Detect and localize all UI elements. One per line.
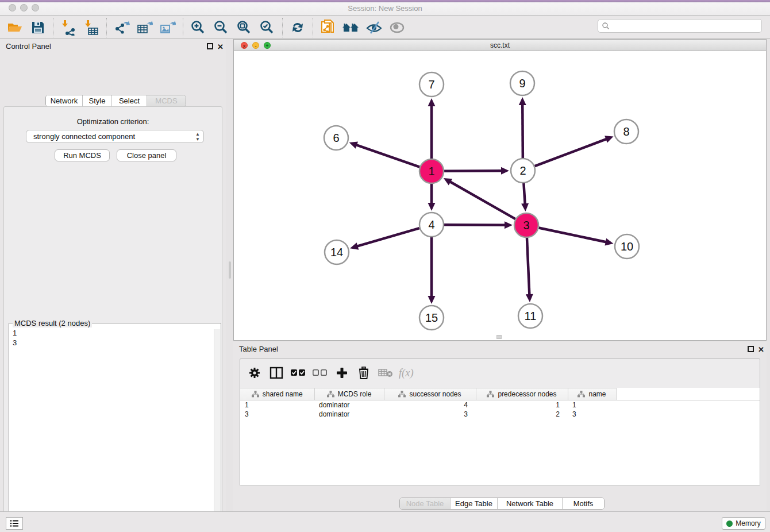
edge-1-2[interactable] — [444, 171, 502, 171]
table-cell[interactable]: 3 — [240, 410, 314, 419]
column-header-predecessor-nodes[interactable]: predecessor nodes — [476, 388, 568, 400]
float-panel-icon[interactable] — [207, 43, 213, 49]
table-panel-title: Table Panel — [239, 345, 278, 353]
column-type-icon — [578, 391, 585, 398]
toolbar-separator — [282, 18, 283, 37]
panel-splitter-grip[interactable] — [229, 261, 231, 279]
edge-3-11[interactable] — [527, 238, 529, 295]
export-image-button[interactable] — [156, 18, 179, 37]
edge-4-3[interactable] — [444, 225, 506, 225]
edge-2-8[interactable] — [535, 139, 607, 167]
table-cell-filler — [616, 410, 760, 419]
delete-column-trash-button[interactable] — [354, 364, 373, 382]
network-canvas[interactable]: 7968124314101511 — [234, 51, 766, 340]
optimization-criterion-value: strongly connected component — [33, 132, 135, 141]
toolbar-separator — [53, 18, 53, 37]
tab-motifs[interactable]: Motifs — [563, 498, 604, 509]
node-table: shared nameMCDS rolesuccessor nodesprede… — [240, 388, 760, 419]
result-scrollbar[interactable] — [214, 329, 220, 532]
delete-table-icon — [378, 368, 393, 378]
toolbar-separator — [106, 18, 107, 37]
canvas-resize-grip[interactable] — [496, 335, 502, 339]
network-graph: 7968124314101511 — [234, 51, 766, 340]
table-row[interactable]: 3dominator323 — [240, 410, 760, 419]
duplicate-network-button[interactable] — [317, 18, 340, 37]
table-settings-gear-button[interactable] — [245, 364, 264, 382]
export-table-button[interactable] — [133, 18, 156, 37]
edge-1-6[interactable] — [356, 145, 419, 167]
table-row[interactable]: 1dominator411 — [240, 400, 760, 410]
edge-2-9[interactable] — [522, 104, 523, 158]
export-network-icon — [114, 20, 130, 36]
table-cell[interactable]: 3 — [568, 410, 616, 419]
list-icon — [10, 519, 19, 527]
select-all-checkboxes-icon — [291, 369, 306, 377]
zoom-fit-button[interactable] — [233, 18, 256, 37]
optimization-criterion-select[interactable]: strongly connected component ▲▼ — [26, 130, 204, 143]
edge-arrowhead-4-14 — [350, 242, 359, 249]
table-cell[interactable]: 1 — [476, 400, 568, 410]
run-mcds-button[interactable]: Run MCDS — [55, 149, 110, 161]
table-cell[interactable]: 1 — [568, 400, 616, 410]
search-input[interactable] — [610, 21, 761, 31]
mcds-result-text[interactable]: 1 3 — [13, 328, 208, 532]
column-header-successor-nodes[interactable]: successor nodes — [384, 388, 476, 400]
save-session-button[interactable] — [26, 18, 49, 37]
tab-select[interactable]: Select — [112, 95, 147, 106]
search-box[interactable] — [598, 19, 762, 33]
table-close-panel-icon[interactable]: ✕ — [758, 345, 764, 354]
tab-mcds[interactable]: MCDS — [147, 95, 186, 106]
zoom-selected-button[interactable] — [256, 18, 279, 37]
control-panel-title: Control Panel — [6, 42, 51, 51]
close-panel-icon[interactable]: ✕ — [217, 43, 224, 51]
import-network-icon — [60, 20, 76, 36]
graph-node-label-2: 2 — [519, 164, 526, 177]
mcds-result-title: MCDS result (2 nodes) — [13, 319, 92, 327]
task-history-button[interactable] — [6, 517, 23, 530]
table-float-panel-icon[interactable] — [748, 346, 754, 352]
table-cell[interactable]: 4 — [384, 400, 476, 410]
tab-edge-table[interactable]: Edge Table — [451, 498, 498, 509]
hide-selected-button[interactable] — [363, 18, 386, 37]
column-type-icon — [252, 391, 259, 398]
export-image-icon — [160, 20, 176, 36]
add-column-button[interactable] — [332, 364, 351, 382]
select-all-checkboxes-button[interactable] — [288, 364, 307, 382]
zoom-out-button[interactable] — [210, 18, 233, 37]
search-icon — [602, 22, 610, 30]
edge-4-14[interactable] — [357, 228, 419, 246]
node-table-scroll-area[interactable]: shared nameMCDS rolesuccessor nodesprede… — [240, 388, 760, 485]
memory-button[interactable]: Memory — [722, 517, 765, 530]
tab-node-table[interactable]: Node Table — [400, 498, 451, 509]
table-tabs: Node TableEdge TableNetwork TableMotifs — [399, 498, 605, 510]
edge-2-3[interactable] — [523, 183, 525, 205]
show-all-button — [386, 18, 409, 37]
zoom-in-button[interactable] — [187, 18, 210, 37]
graph-node-label-3: 3 — [523, 219, 529, 232]
refresh-layout-button[interactable] — [286, 18, 309, 37]
table-cell-filler — [616, 400, 760, 410]
table-cell[interactable]: 1 — [240, 400, 314, 410]
column-header-name[interactable]: name — [568, 388, 616, 400]
tab-style[interactable]: Style — [83, 95, 112, 106]
edge-3-10[interactable] — [539, 228, 607, 242]
table-cell[interactable]: 2 — [476, 410, 568, 419]
edge-3-1[interactable] — [449, 182, 515, 219]
table-cell[interactable]: dominator — [314, 400, 384, 410]
import-table-button[interactable] — [80, 18, 103, 37]
import-network-button[interactable] — [57, 18, 80, 37]
export-network-button[interactable] — [110, 18, 133, 37]
column-header-shared-name[interactable]: shared name — [240, 388, 314, 400]
first-neighbors-button[interactable] — [340, 18, 363, 37]
close-panel-button[interactable]: Close panel — [117, 149, 176, 161]
tab-network[interactable]: Network — [46, 95, 83, 106]
deselect-all-checkboxes-button[interactable] — [310, 364, 329, 382]
split-panel-button[interactable] — [267, 364, 286, 382]
table-cell[interactable]: 3 — [384, 410, 476, 419]
tab-network-table[interactable]: Network Table — [498, 498, 563, 509]
table-cell[interactable]: dominator — [314, 410, 384, 419]
open-file-button[interactable] — [3, 18, 26, 37]
network-window-titlebar[interactable]: x - + scc.txt — [234, 40, 766, 51]
status-bar: Memory — [0, 511, 770, 532]
column-header-MCDS-role[interactable]: MCDS role — [314, 388, 384, 400]
